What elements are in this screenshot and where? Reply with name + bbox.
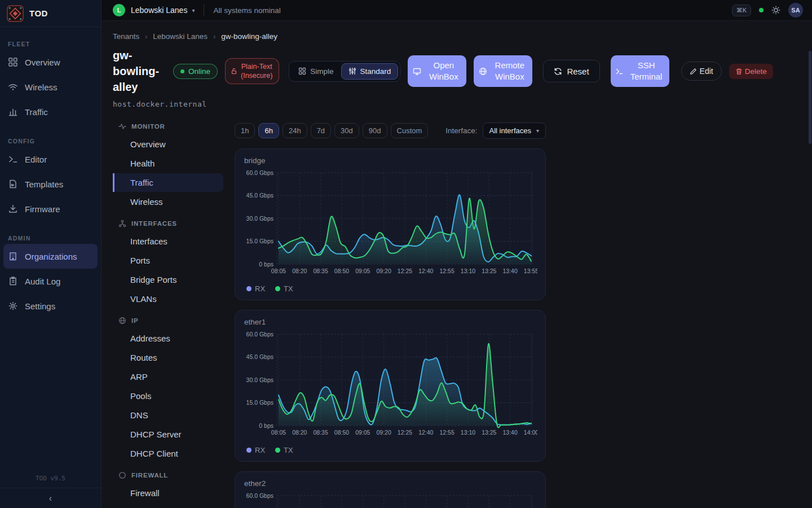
open-winbox-button[interactable]: Open WinBox	[408, 55, 466, 87]
sidebar-item-editor[interactable]: Editor	[0, 147, 101, 172]
reset-button[interactable]: Reset	[543, 60, 599, 82]
svg-text:08:05: 08:05	[271, 268, 286, 274]
user-avatar[interactable]: SA	[788, 3, 803, 17]
breadcrumb-device: gw-bowling-alley	[221, 32, 277, 41]
remote-winbox-label: Remote WinBox	[492, 60, 528, 82]
svg-text:12:55: 12:55	[440, 268, 454, 274]
delete-label: Delete	[745, 67, 767, 76]
interface-select[interactable]: All interfaces ▾	[483, 122, 546, 139]
svg-text:15.0 Gbps: 15.0 Gbps	[246, 399, 273, 406]
tenant-avatar: L	[113, 4, 125, 16]
delete-button[interactable]: Delete	[729, 64, 773, 79]
globe-icon	[479, 67, 487, 76]
interface-value: All interfaces	[489, 126, 531, 135]
tx-dot-icon	[275, 286, 280, 291]
sidebar-item-label: Organizations	[25, 252, 77, 261]
subnav-item-routes[interactable]: Routes	[113, 348, 223, 367]
subnav-item-bridge-ports[interactable]: Bridge Ports	[113, 270, 223, 289]
main-content: Tenants › Lebowski Lanes › gw-bowling-al…	[102, 21, 812, 508]
subnav-item-interfaces[interactable]: Interfaces	[113, 232, 223, 251]
subnav-item-wireless[interactable]: Wireless	[113, 192, 223, 211]
subnav-item-arp[interactable]: ARP	[113, 367, 223, 386]
range-custom-button[interactable]: Custom	[391, 123, 429, 138]
command-palette-shortcut[interactable]: ⌘K	[732, 5, 751, 16]
shield-icon	[118, 471, 126, 479]
traffic-chart-ether2: 60.0 Gbps45.0 Gbps30.0 Gbps15.0 Gbps0 bp…	[244, 490, 536, 508]
sidebar-item-templates[interactable]: Templates	[0, 172, 101, 196]
wifi-icon	[8, 82, 18, 92]
svg-text:45.0 Gbps: 45.0 Gbps	[246, 353, 273, 360]
page-scrollbar[interactable]	[809, 51, 811, 144]
device-subnav: MONITOR Overview Health Traffic Wireless…	[113, 115, 223, 508]
traffic-controls: 1h 6h 24h 7d 30d 90d Custom Interface: A…	[235, 122, 546, 139]
breadcrumb-tenant[interactable]: Lebowski Lanes	[153, 32, 208, 41]
range-1h-button[interactable]: 1h	[235, 123, 255, 138]
subnav-item-dhcp-client[interactable]: DHCP Client	[113, 444, 223, 463]
sidebar-section-config: CONFIG Editor Templates Firmware	[0, 133, 101, 221]
sidebar-item-organizations[interactable]: Organizations	[3, 244, 98, 269]
traffic-panel: 1h 6h 24h 7d 30d 90d Custom Interface: A…	[235, 115, 546, 508]
svg-text:08:35: 08:35	[314, 429, 328, 436]
svg-text:08:05: 08:05	[271, 429, 286, 436]
theme-toggle-button[interactable]	[771, 6, 780, 15]
view-mode-standard-label: Standard	[360, 67, 391, 76]
sidebar-section-label: ADMIN	[0, 230, 101, 244]
svg-text:08:20: 08:20	[292, 268, 307, 274]
rx-dot-icon	[246, 286, 251, 291]
unlock-icon	[231, 68, 237, 75]
subnav-section-label: FIREWALL	[131, 472, 168, 479]
sidebar-item-label: Firmware	[25, 204, 60, 214]
ssh-terminal-label: SSH Terminal	[628, 60, 664, 82]
subnav-item-dhcp-server[interactable]: DHCP Server	[113, 425, 223, 444]
svg-text:60.0 Gbps: 60.0 Gbps	[246, 169, 273, 176]
activity-icon	[118, 122, 126, 130]
range-90d-button[interactable]: 90d	[363, 123, 387, 138]
subnav-section-label: INTERFACES	[131, 220, 177, 227]
range-7d-button[interactable]: 7d	[311, 123, 331, 138]
range-30d-button[interactable]: 30d	[334, 123, 359, 138]
insecure-line2: (Insecure)	[241, 72, 272, 80]
subnav-section-label: MONITOR	[131, 123, 165, 130]
breadcrumb-tenants[interactable]: Tenants	[113, 32, 139, 41]
ssh-terminal-button[interactable]: SSH Terminal	[611, 55, 669, 87]
sidebar-item-audit-log[interactable]: Audit Log	[0, 269, 101, 294]
sidebar-item-firmware[interactable]: Firmware	[0, 196, 101, 221]
svg-text:09:20: 09:20	[377, 268, 391, 274]
sun-icon	[771, 6, 780, 15]
svg-text:09:05: 09:05	[355, 429, 370, 436]
range-6h-button[interactable]: 6h	[258, 123, 279, 138]
page-title: gw-bowling-alley	[113, 47, 166, 95]
online-dot-icon	[180, 69, 184, 73]
gear-icon	[8, 301, 18, 311]
chevron-left-icon: ‹	[49, 493, 52, 503]
sidebar-item-overview[interactable]: Overview	[0, 50, 101, 75]
remote-winbox-button[interactable]: Remote WinBox	[474, 55, 532, 87]
tenant-selector[interactable]: L Lebowski Lanes ▾	[113, 4, 195, 16]
sidebar-item-settings[interactable]: Settings	[0, 294, 101, 318]
subnav-item-mangle[interactable]: Mangle	[113, 503, 223, 508]
open-winbox-label: Open WinBox	[426, 60, 462, 82]
subnav-item-ports[interactable]: Ports	[113, 251, 223, 270]
view-mode-simple[interactable]: Simple	[291, 63, 341, 80]
edit-button[interactable]: Edit	[681, 62, 722, 81]
legend-tx: TX	[275, 284, 293, 293]
subnav-item-dns[interactable]: DNS	[113, 406, 223, 424]
view-mode-standard[interactable]: Standard	[341, 63, 399, 80]
range-24h-button[interactable]: 24h	[283, 123, 307, 138]
chart-card-ether2: ether2 60.0 Gbps45.0 Gbps30.0 Gbps15.0 G…	[235, 471, 546, 508]
subnav-item-firewall[interactable]: Firewall	[113, 484, 223, 502]
sidebar-section-fleet: FLEET Overview Wireless Traffic	[0, 36, 101, 124]
sidebar-item-label: Templates	[25, 179, 63, 189]
subnav-item-pools[interactable]: Pools	[113, 387, 223, 405]
sidebar-collapse-button[interactable]: ‹	[0, 488, 101, 508]
subnav-item-health[interactable]: Health	[113, 154, 223, 173]
svg-text:09:20: 09:20	[377, 429, 391, 436]
chart-title: ether2	[244, 479, 536, 488]
legend-tx-label: TX	[284, 446, 293, 454]
subnav-item-addresses[interactable]: Addresses	[113, 329, 223, 348]
sidebar-item-wireless[interactable]: Wireless	[0, 75, 101, 99]
subnav-item-vlans[interactable]: VLANs	[113, 290, 223, 308]
sidebar-item-traffic[interactable]: Traffic	[0, 99, 101, 124]
subnav-item-overview[interactable]: Overview	[113, 135, 223, 154]
subnav-item-traffic[interactable]: Traffic	[113, 173, 223, 192]
